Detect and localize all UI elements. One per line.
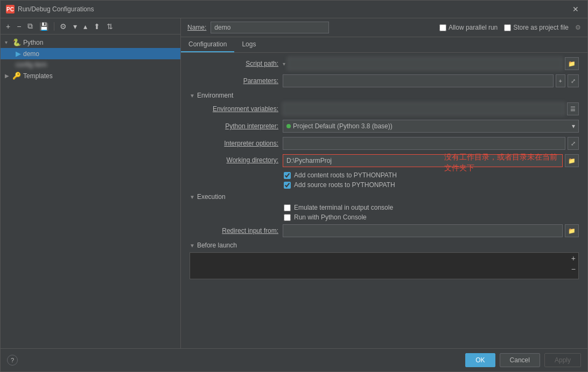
blurred-label: config item xyxy=(16,61,47,68)
emulate-terminal-row: Emulate terminal in output console xyxy=(190,204,579,211)
allow-parallel-label: Allow parallel run xyxy=(449,24,498,31)
add-source-roots-label: Add source roots to PYTHONPATH xyxy=(294,181,395,189)
environment-collapse-icon[interactable]: ▼ xyxy=(190,93,195,99)
arrow-up-button[interactable]: ▴ xyxy=(81,21,89,32)
env-variables-input[interactable] xyxy=(283,102,565,115)
left-panel: + − ⧉ 💾 ⚙ ▾ ▴ ⬆ ⇅ ▾ 🐍 Python xyxy=(1,18,181,348)
toolbar-separator xyxy=(54,22,54,31)
execution-section-label: Execution xyxy=(197,193,226,201)
share-button[interactable]: ⬆ xyxy=(92,21,102,32)
allow-parallel-checkbox[interactable] xyxy=(439,24,446,31)
help-button[interactable]: ? xyxy=(7,355,18,366)
python-interpreter-select[interactable]: Project Default (Python 3.8 (base)) ▾ xyxy=(283,120,579,133)
name-label: Name: xyxy=(187,24,206,31)
close-button[interactable]: ✕ xyxy=(569,4,582,15)
script-path-dropdown-icon[interactable]: ▾ xyxy=(283,61,285,67)
apply-button[interactable]: Apply xyxy=(544,353,581,367)
interpreter-options-label: Interpreter options: xyxy=(190,140,278,147)
expand-arrow: ▾ xyxy=(5,39,10,45)
env-variables-row: Environment variables: ☰ xyxy=(190,102,579,115)
execution-collapse-icon[interactable]: ▼ xyxy=(190,194,195,200)
add-content-roots-label: Add content roots to PYTHONPATH xyxy=(294,171,397,179)
add-content-roots-row: Add content roots to PYTHONPATH xyxy=(190,171,579,179)
before-launch-add-button[interactable]: + xyxy=(569,253,578,264)
title-bar: PC Run/Debug Configurations ✕ xyxy=(1,1,587,18)
cancel-button[interactable]: Cancel xyxy=(500,353,540,367)
config-tabs: Configuration Logs xyxy=(181,37,587,53)
execution-section: ▼ Execution xyxy=(190,193,579,201)
python-group[interactable]: ▾ 🐍 Python xyxy=(1,37,180,48)
project-gear-icon[interactable]: ⚙ xyxy=(575,24,581,31)
interpreter-options-row: Interpreter options: ⤢ xyxy=(190,137,579,150)
before-launch-section: ▼ Before launch xyxy=(190,242,579,249)
before-launch-action-buttons: + − xyxy=(569,253,578,274)
script-path-browse-button[interactable]: 📁 xyxy=(565,57,579,70)
script-path-row: Script path: ▾ 📁 xyxy=(190,57,579,70)
redirect-input-field[interactable] xyxy=(283,224,563,237)
parameters-label: Parameters: xyxy=(190,77,278,85)
remove-config-button[interactable]: − xyxy=(15,21,23,32)
interpreter-status-dot xyxy=(286,124,291,128)
tab-logs[interactable]: Logs xyxy=(234,37,263,52)
run-python-console-row: Run with Python Console xyxy=(190,213,579,221)
before-launch-label: Before launch xyxy=(197,242,237,249)
add-source-roots-row: Add source roots to PYTHONPATH xyxy=(190,181,579,189)
parameters-input[interactable] xyxy=(283,74,554,87)
name-input[interactable] xyxy=(211,22,329,33)
working-directory-control: 📁 xyxy=(283,154,579,167)
demo-config-item[interactable]: ▶ demo xyxy=(1,48,180,59)
script-path-input[interactable] xyxy=(288,57,563,70)
config-tree: ▾ 🐍 Python ▶ demo config item ▶ 🔑 Tem xyxy=(1,35,180,348)
templates-item[interactable]: ▶ 🔑 Templates xyxy=(1,70,180,81)
settings-button[interactable]: ⚙ xyxy=(58,21,69,32)
demo-label: demo xyxy=(23,50,39,58)
arrow-down-button[interactable]: ▾ xyxy=(71,21,79,32)
templates-label: Templates xyxy=(23,72,53,80)
templates-arrow: ▶ xyxy=(5,73,10,79)
script-path-label: Script path: xyxy=(190,60,278,67)
parameters-row: Parameters: + ⤢ xyxy=(190,74,579,87)
right-panel: Name: Allow parallel run Store as projec… xyxy=(181,18,587,348)
interpreter-options-control: ⤢ xyxy=(283,137,579,150)
save-config-button[interactable]: 💾 xyxy=(37,21,51,32)
copy-config-button[interactable]: ⧉ xyxy=(25,20,35,32)
store-project-checkbox[interactable] xyxy=(504,24,511,31)
working-directory-input[interactable] xyxy=(283,154,563,167)
dialog-footer: ? OK Cancel Apply xyxy=(1,348,587,371)
before-launch-minus-button[interactable]: − xyxy=(569,264,578,274)
working-directory-row: Working directory: 📁 没有工作目录，或者目录未在当前 文件夹… xyxy=(190,154,579,167)
redirect-input-row: Redirect input from: 📁 xyxy=(190,224,579,237)
before-launch-collapse-icon[interactable]: ▼ xyxy=(190,243,195,249)
interpreter-dropdown-icon: ▾ xyxy=(572,122,575,130)
environment-section: ▼ Environment xyxy=(190,92,579,99)
env-variables-label: Environment variables: xyxy=(190,105,278,113)
interpreter-options-input[interactable] xyxy=(283,137,565,150)
script-path-control: ▾ 📁 xyxy=(283,57,579,70)
env-variables-edit-button[interactable]: ☰ xyxy=(567,102,579,115)
python-group-label: Python xyxy=(23,39,43,46)
parameters-add-button[interactable]: + xyxy=(556,74,565,87)
parameters-expand-button[interactable]: ⤢ xyxy=(568,74,579,87)
python-interpreter-row: Python interpreter: Project Default (Pyt… xyxy=(190,120,579,133)
working-directory-browse-button[interactable]: 📁 xyxy=(565,154,579,167)
store-project-label: Store as project file xyxy=(513,24,569,31)
ok-button[interactable]: OK xyxy=(465,353,495,367)
allow-parallel-checkbox-label[interactable]: Allow parallel run xyxy=(439,24,498,31)
config-toolbar: + − ⧉ 💾 ⚙ ▾ ▴ ⬆ ⇅ xyxy=(1,18,180,35)
store-project-checkbox-label[interactable]: Store as project file xyxy=(504,24,569,31)
run-python-console-checkbox[interactable] xyxy=(284,214,291,221)
sort-button[interactable]: ⇅ xyxy=(104,21,115,32)
app-icon: PC xyxy=(6,5,15,13)
blurred-item[interactable]: config item xyxy=(1,59,180,70)
add-config-button[interactable]: + xyxy=(4,21,12,32)
config-header: Name: Allow parallel run Store as projec… xyxy=(181,18,587,37)
parameters-control: + ⤢ xyxy=(283,74,579,87)
config-run-icon: ▶ xyxy=(16,50,21,58)
add-source-roots-checkbox[interactable] xyxy=(284,182,291,189)
key-icon: 🔑 xyxy=(12,72,21,80)
emulate-terminal-checkbox[interactable] xyxy=(284,204,291,211)
tab-configuration[interactable]: Configuration xyxy=(181,37,234,52)
add-content-roots-checkbox[interactable] xyxy=(284,172,291,179)
redirect-input-browse-button[interactable]: 📁 xyxy=(565,224,579,237)
interpreter-options-expand-button[interactable]: ⤢ xyxy=(568,137,579,150)
